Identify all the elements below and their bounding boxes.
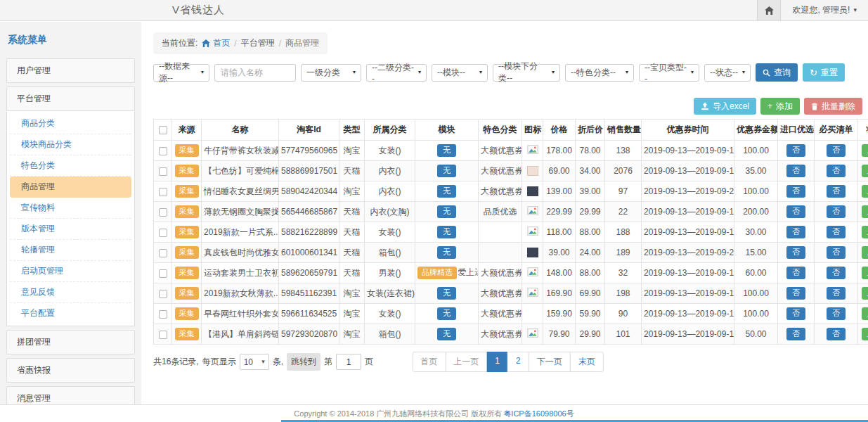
sidebar-item-4[interactable]: 宣传物料 xyxy=(10,198,131,219)
mustbuy-toggle-button[interactable]: 否 xyxy=(827,246,846,259)
imported-toggle-button[interactable]: 否 xyxy=(786,328,805,340)
row-checkbox[interactable] xyxy=(159,269,167,278)
row-checkbox[interactable] xyxy=(159,167,167,176)
status-button[interactable]: 上架 xyxy=(862,205,868,218)
status-button[interactable]: 上架 xyxy=(862,144,868,157)
mustbuy-toggle-button[interactable]: 否 xyxy=(827,287,846,300)
table-row: 采集 情侣睡衣女夏丝绸男士... 589042420344 淘宝 内衣() 无 … xyxy=(154,181,868,202)
status-button[interactable]: 上架 xyxy=(862,246,868,259)
filter-select-7[interactable]: --宝贝类型-- ▾ xyxy=(639,64,699,82)
sidebar-item-5[interactable]: 版本管理 xyxy=(10,219,131,240)
sidebar-group-3[interactable]: 省惠快报 xyxy=(6,358,135,383)
status-button[interactable]: 上架 xyxy=(862,185,868,198)
mustbuy-toggle-button[interactable]: 否 xyxy=(827,205,846,218)
add-button[interactable]: + 添加 xyxy=(760,98,800,115)
mustbuy-toggle-button[interactable]: 否 xyxy=(827,226,846,238)
imported-toggle-button[interactable]: 否 xyxy=(786,144,805,157)
sidebar-item-8[interactable]: 意见反馈 xyxy=(10,282,131,303)
search-button[interactable]: 查询 xyxy=(756,63,798,82)
row-checkbox[interactable] xyxy=(159,208,167,217)
page-button-2[interactable]: 2 xyxy=(507,352,529,372)
per-page-select[interactable]: 10 ▾ xyxy=(240,354,269,370)
breadcrumb-home-link[interactable]: 首页 xyxy=(202,37,230,49)
col-header-10: 折后价 xyxy=(576,120,605,141)
status-button[interactable]: 上架 xyxy=(862,267,868,279)
coupon-time: 2019-09-13—2019-09-18 xyxy=(642,161,734,181)
filter-select-6[interactable]: --特色分类-- ▾ xyxy=(565,64,634,82)
sidebar-group-0[interactable]: 用户管理 xyxy=(6,58,135,83)
status-button[interactable]: 上架 xyxy=(862,165,868,177)
imported-toggle-button[interactable]: 否 xyxy=(786,307,805,320)
sidebar-group-4[interactable]: 消息管理 xyxy=(6,386,135,404)
sidebar-item-2[interactable]: 特色分类 xyxy=(10,155,131,177)
broken-image-icon xyxy=(527,328,538,338)
imported-toggle-button[interactable]: 否 xyxy=(786,165,805,177)
home-button[interactable] xyxy=(757,0,781,20)
icp-link[interactable]: 粤ICP备16098006号 xyxy=(503,409,574,419)
page-button-1[interactable]: 1 xyxy=(486,352,508,372)
mustbuy-toggle-button[interactable]: 否 xyxy=(827,144,846,157)
imported-toggle-button[interactable]: 否 xyxy=(786,205,805,218)
batch-delete-button[interactable]: 批量删除 xyxy=(804,98,862,115)
sidebar-item-9[interactable]: 平台配置 xyxy=(10,303,131,324)
page-button-下一页[interactable]: 下一页 xyxy=(529,352,571,372)
mustbuy-toggle-button[interactable]: 否 xyxy=(827,165,846,177)
reset-button[interactable]: ↻ 重置 xyxy=(803,63,845,82)
mustbuy-toggle-button[interactable]: 否 xyxy=(827,328,846,340)
page-button-上一页[interactable]: 上一页 xyxy=(445,352,487,372)
imported-toggle-button[interactable]: 否 xyxy=(786,287,805,300)
sidebar-group-2[interactable]: 拼团管理 xyxy=(6,330,135,354)
row-checkbox[interactable] xyxy=(159,290,167,298)
import-excel-button[interactable]: 导入excel xyxy=(694,98,756,115)
breadcrumb-item-platform[interactable]: 平台管理 xyxy=(241,37,275,49)
page-number-input[interactable] xyxy=(336,354,361,370)
sales-count: 32 xyxy=(605,263,642,283)
filter-select-0[interactable]: --数据来源-- ▾ xyxy=(153,64,209,82)
jump-button[interactable]: 跳转到 xyxy=(287,353,320,371)
row-checkbox[interactable] xyxy=(159,147,167,155)
sidebar-item-7[interactable]: 启动页管理 xyxy=(10,261,131,282)
imported-toggle-button[interactable]: 否 xyxy=(786,246,805,259)
mustbuy-toggle-button[interactable]: 否 xyxy=(827,267,846,279)
row-checkbox[interactable] xyxy=(159,249,167,257)
sidebar-item-3[interactable]: 商品管理 xyxy=(10,177,131,198)
sidebar-item-1[interactable]: 模块商品分类 xyxy=(10,134,131,155)
imported-toggle-button[interactable]: 否 xyxy=(786,185,805,198)
status-button[interactable]: 上架 xyxy=(862,287,868,300)
filter-select-3[interactable]: --二级分类-- ▾ xyxy=(366,64,427,82)
name-search-input[interactable] xyxy=(214,64,296,82)
sidebar-group-1[interactable]: 平台管理 xyxy=(6,87,135,111)
row-checkbox[interactable] xyxy=(159,331,167,339)
row-checkbox[interactable] xyxy=(159,310,167,319)
breadcrumb-separator: / xyxy=(234,39,236,49)
status-button[interactable]: 上架 xyxy=(862,307,868,320)
select-all-checkbox[interactable] xyxy=(159,126,167,134)
price: 148.00 xyxy=(543,263,576,283)
col-header-0 xyxy=(154,120,172,141)
sales-count: 189 xyxy=(605,243,642,263)
row-checkbox[interactable] xyxy=(159,229,167,237)
filter-select-2[interactable]: 一级分类 ▾ xyxy=(301,64,361,82)
user-menu[interactable]: 欢迎您, 管理员! ▾ xyxy=(781,0,868,20)
filter-select-4[interactable]: --模块-- ▾ xyxy=(432,64,488,82)
sidebar-item-6[interactable]: 轮播管理 xyxy=(10,240,131,261)
page-button-末页[interactable]: 末页 xyxy=(570,352,604,372)
product-thumbnail xyxy=(527,186,538,196)
coupon-time: 2019-09-13—2019-09-20 xyxy=(642,243,734,263)
product-type: 淘宝 xyxy=(339,283,365,304)
page-button-首页[interactable]: 首页 xyxy=(412,352,446,372)
status-button[interactable]: 上架 xyxy=(862,328,868,340)
filter-select-5[interactable]: --模块下分类-- ▾ xyxy=(493,64,560,82)
page-suffix: 页 xyxy=(365,356,373,368)
feature-category: 大额优惠券 xyxy=(479,324,522,345)
imported-toggle-button[interactable]: 否 xyxy=(786,267,805,279)
filter-select-8[interactable]: --状态-- ▾ xyxy=(704,64,751,82)
mustbuy-toggle-button[interactable]: 否 xyxy=(827,307,846,320)
mustbuy-toggle-button[interactable]: 否 xyxy=(827,185,846,198)
status-button[interactable]: 上架 xyxy=(862,226,868,238)
breadcrumb-item-current: 商品管理 xyxy=(285,37,319,49)
sidebar-item-0[interactable]: 商品分类 xyxy=(10,113,131,134)
row-checkbox[interactable] xyxy=(159,188,167,196)
product-icon-cell xyxy=(522,141,543,161)
imported-toggle-button[interactable]: 否 xyxy=(786,226,805,238)
